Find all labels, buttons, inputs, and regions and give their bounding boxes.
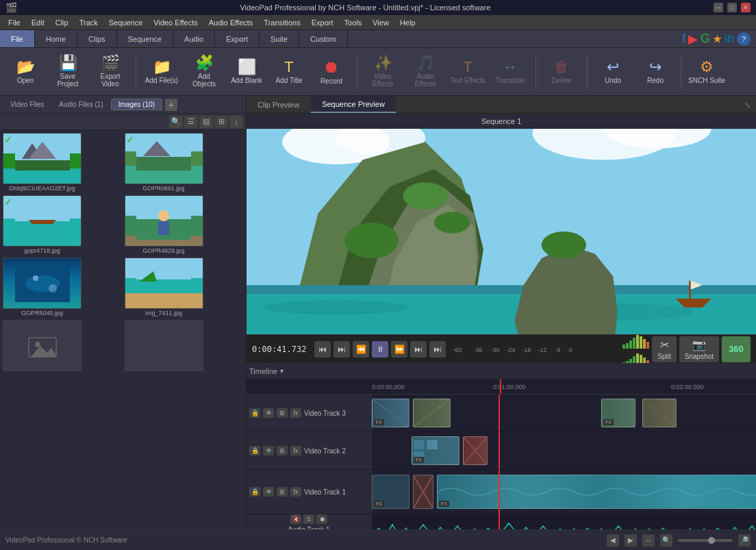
preview-fullscreen-button[interactable]: ⤡ <box>740 98 754 112</box>
track-content-video2[interactable]: FX FX <box>372 432 756 469</box>
minimize-button[interactable]: ─ <box>714 3 723 12</box>
track-mute-icon[interactable]: 🔇 <box>290 514 301 524</box>
track-eye-icon-3[interactable]: 👁 <box>263 487 274 497</box>
audio-waveform[interactable]: FX 🔊 <box>372 514 756 529</box>
menu-file[interactable]: File <box>3 17 26 28</box>
thumbnail-item-7[interactable] <box>125 320 244 371</box>
track-fx-icon-3[interactable]: fx <box>290 487 301 497</box>
prev-frame-button[interactable]: ⏭ <box>333 341 350 358</box>
menu-help[interactable]: Help <box>394 17 421 28</box>
transition-button[interactable]: ↔ Transition <box>490 51 530 92</box>
nch-suite-button[interactable]: ⚙ SNCH Suite <box>687 51 727 92</box>
timeline-scroll-right[interactable]: ▶ <box>625 534 637 547</box>
tab-home[interactable]: Home <box>35 30 77 47</box>
vr-button[interactable]: 360 <box>722 336 751 362</box>
clip-video3-1[interactable]: FX <box>372 399 410 427</box>
timeline-dropdown[interactable]: ▾ <box>280 367 284 375</box>
zoom-handle[interactable] <box>708 537 715 544</box>
tab-file[interactable]: File <box>0 30 35 47</box>
menu-audio-effects[interactable]: Audio Effects <box>203 17 259 28</box>
skip-start-button[interactable]: ⏮ <box>314 341 331 358</box>
save-button[interactable]: 💾 Save Project <box>48 51 88 92</box>
zoom-out-button[interactable]: 🔎 <box>738 534 751 547</box>
clip-preview-tab[interactable]: Clip Preview <box>247 96 311 113</box>
menu-transitions[interactable]: Transitions <box>258 17 305 28</box>
forward-button[interactable]: ⏩ <box>391 341 407 358</box>
split-button[interactable]: ✂ Split <box>652 336 676 362</box>
redo-button[interactable]: ↪ Redo <box>635 51 675 92</box>
tab-sequence[interactable]: Sequence <box>117 30 174 47</box>
skip-end-button[interactable]: ⏭ <box>429 341 446 358</box>
sort-button[interactable]: ↕ <box>229 116 243 128</box>
track-solo-icon[interactable]: S <box>303 514 314 524</box>
rewind-button[interactable]: ⏪ <box>353 341 369 358</box>
track-lock-icon[interactable]: 🔒 <box>249 408 260 418</box>
menu-clip[interactable]: Clip <box>50 17 74 28</box>
tab-clips[interactable]: Clips <box>77 30 116 47</box>
thumbnail-item-0[interactable]: ✓ DMqt6CiUEAAO2ET.jpg <box>3 133 122 192</box>
tab-images[interactable]: Images (10) <box>111 99 162 110</box>
add-tab-button[interactable]: + <box>165 99 177 111</box>
clip-video3-4[interactable] <box>642 399 677 427</box>
menu-video-effects[interactable]: Video Effects <box>148 17 203 28</box>
add-title-button[interactable]: T Add Title <box>269 51 309 92</box>
tab-export[interactable]: Export <box>215 30 260 47</box>
timeline-scroll-left[interactable]: ◀ <box>607 534 619 547</box>
clip-video2-1[interactable]: FX <box>412 436 459 465</box>
track-eye-icon-2[interactable]: 👁 <box>263 446 274 455</box>
menu-view[interactable]: View <box>367 17 394 28</box>
track-fx-icon[interactable]: fx <box>290 408 301 418</box>
text-effects-button[interactable]: T Text Effects <box>448 51 488 92</box>
clip-video3-2[interactable] <box>413 399 451 427</box>
play-pause-button[interactable]: ⏸ <box>372 341 388 358</box>
record-button[interactable]: ⏺ Record <box>312 51 351 92</box>
add-objects-button[interactable]: 🧩 Add Objects <box>184 51 224 92</box>
thumbnail-item-3[interactable]: GOPR4829.jpg <box>125 195 244 255</box>
audio-effects-button[interactable]: 🎵 Audio Effects <box>405 51 445 92</box>
delete-button[interactable]: 🗑 Delete <box>542 51 581 92</box>
thumbnail-item-4[interactable]: GOPR5045.jpg <box>3 258 122 317</box>
thumbnail-item-1[interactable]: ✓ GOPR0691.jpg <box>125 133 244 192</box>
clip-video1-long[interactable]: FX <box>437 475 756 509</box>
menu-export[interactable]: Export <box>306 17 339 28</box>
export-video-button[interactable]: 🎬 Export Video <box>90 51 130 92</box>
close-button[interactable]: ✕ <box>741 3 751 12</box>
thumbnail-item-2[interactable]: ✓ gopr4718.jpg <box>3 195 122 255</box>
list-view-button[interactable]: ☰ <box>184 116 198 128</box>
clip-video3-3[interactable]: FX <box>601 399 635 427</box>
clip-video1-1[interactable]: FX <box>372 475 410 509</box>
tab-suite[interactable]: Suite <box>260 30 299 47</box>
clip-video1-2[interactable] <box>413 475 433 509</box>
add-blank-button[interactable]: ⬜ Add Blank <box>227 51 266 92</box>
zoom-slider[interactable] <box>678 539 733 542</box>
tab-custom[interactable]: Custom <box>299 30 348 47</box>
search-files-button[interactable]: 🔍 <box>169 116 183 128</box>
track-fx-icon-2[interactable]: fx <box>290 446 301 455</box>
next-frame-button[interactable]: ⏭ <box>410 341 427 358</box>
track-group-icon-2[interactable]: ⊞ <box>277 446 288 455</box>
undo-button[interactable]: ↩ Undo <box>593 51 633 92</box>
track-eye-icon[interactable]: 👁 <box>263 408 274 418</box>
track-group-icon[interactable]: ⊞ <box>277 408 288 418</box>
menu-edit[interactable]: Edit <box>26 17 50 28</box>
detail-view-button[interactable]: ▤ <box>199 116 213 128</box>
add-files-button[interactable]: 📁 Add File(s) <box>142 51 181 92</box>
track-lock-icon-2[interactable]: 🔒 <box>249 446 260 455</box>
tab-video-files[interactable]: Video Files <box>3 99 51 110</box>
snapshot-button[interactable]: 📷 Snapshot <box>679 336 719 362</box>
open-button[interactable]: 📂 Open <box>5 51 45 92</box>
video-effects-button[interactable]: ✨ Video Effects <box>363 51 403 92</box>
track-group-icon-3[interactable]: ⊞ <box>277 487 288 497</box>
maximize-button[interactable]: □ <box>727 3 737 12</box>
menu-track[interactable]: Track <box>74 17 103 28</box>
thumbnail-item-6[interactable] <box>3 320 122 371</box>
track-lock-icon-3[interactable]: 🔒 <box>249 487 260 497</box>
tab-audio[interactable]: Audio <box>173 30 215 47</box>
zoom-in-button[interactable]: 🔍 <box>660 534 672 547</box>
zoom-fit-button[interactable]: ↔ <box>642 534 655 547</box>
sequence-preview-tab[interactable]: Sequence Preview <box>311 96 396 113</box>
track-content-video3[interactable]: FX FX <box>372 395 756 432</box>
tab-audio-files[interactable]: Audio Files (1) <box>51 99 110 110</box>
clip-video2-2[interactable] <box>463 436 488 465</box>
menu-tools[interactable]: Tools <box>339 17 368 28</box>
